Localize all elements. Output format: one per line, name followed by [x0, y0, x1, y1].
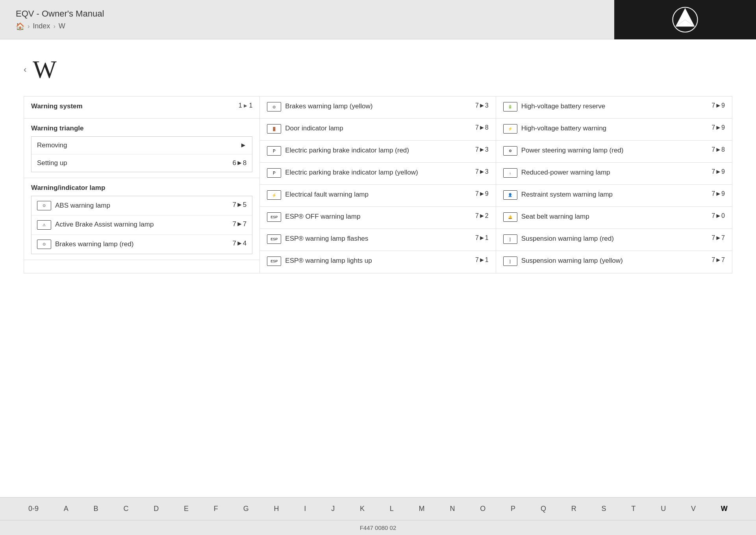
- label-warning-indicator: Warning/indicator lamp: [31, 184, 105, 191]
- sub-brakes-red-page: 7►4: [233, 240, 247, 249]
- nav-back-arrow[interactable]: ‹: [24, 65, 26, 75]
- sub-aba: ⚠ Active Brake Assist warning lamp 7►7: [32, 215, 252, 235]
- page-esp-flashes: 7►1: [472, 234, 489, 241]
- page-door: 7►8: [472, 124, 489, 131]
- entry-susp-yellow: | Suspension warning lamp (yellow) 7►7: [496, 251, 732, 273]
- susp-red-icon: |: [503, 234, 517, 244]
- label-restraint: Restraint system warning lamp: [521, 190, 613, 199]
- alpha-m[interactable]: M: [416, 503, 428, 515]
- label-esp-off: ESP® OFF warning lamp: [285, 212, 360, 221]
- seatbelt-icon: 🔔: [503, 212, 517, 222]
- label-epb-red: Electric parking brake indicator lamp (r…: [285, 146, 409, 155]
- entry-epb-yellow: P Electric parking brake indicator lamp …: [260, 163, 495, 185]
- epb-yellow-icon: P: [267, 168, 281, 178]
- door-icon: 🚪: [267, 124, 281, 134]
- alpha-t[interactable]: T: [628, 503, 639, 515]
- label-hv-reserve: High-voltage battery reserve: [521, 102, 606, 111]
- sub-setting-up-page: 6►8: [233, 159, 247, 167]
- home-icon[interactable]: 🏠: [16, 22, 24, 31]
- label-epb-yellow: Electric parking brake indicator lamp (y…: [285, 168, 418, 177]
- warning-triangle-block: Warning triangle Removing ► Setting up 6…: [24, 119, 259, 178]
- sub-setting-up: Setting up 6►8: [32, 154, 252, 172]
- alpha-k[interactable]: K: [357, 503, 368, 515]
- breadcrumb-index[interactable]: Index: [33, 22, 50, 30]
- manual-title: EQV - Owner's Manual: [16, 9, 104, 19]
- alpha-r[interactable]: R: [568, 503, 580, 515]
- alpha-g[interactable]: G: [240, 503, 252, 515]
- susp-yellow-icon: |: [503, 256, 517, 266]
- alpha-i[interactable]: I: [301, 503, 309, 515]
- alpha-o[interactable]: O: [477, 503, 489, 515]
- label-susp-red: Suspension warning lamp (red): [521, 234, 614, 243]
- index-columns: Warning system 1►1 Warning triangle Remo…: [24, 96, 732, 273]
- letter-heading: ‹ W: [24, 55, 732, 84]
- sub-brakes-red: ⊙ Brakes warning lamp (red) 7►4: [32, 235, 252, 254]
- alpha-e[interactable]: E: [181, 503, 192, 515]
- label-elec-fault: Electrical fault warning lamp: [285, 190, 369, 199]
- esp-off-icon: ESP: [267, 212, 281, 222]
- section-letter: W: [33, 55, 56, 84]
- alpha-09[interactable]: 0-9: [25, 503, 42, 515]
- page-susp-yellow: 7►7: [708, 256, 725, 264]
- breadcrumb-w[interactable]: W: [59, 22, 65, 30]
- page-esp-lights: 7►1: [472, 256, 489, 264]
- entry-restraint: 👤 Restraint system warning lamp 7►9: [496, 185, 732, 207]
- column-3: 🔋 High-voltage battery reserve 7►9 ⚡ Hig…: [496, 97, 732, 273]
- alpha-n[interactable]: N: [447, 503, 458, 515]
- label-power-steering: Power steering warning lamp (red): [521, 146, 624, 155]
- page-epb-yellow: 7►3: [472, 168, 489, 175]
- alpha-f[interactable]: F: [211, 503, 221, 515]
- abs-icon: ⊙: [37, 201, 51, 210]
- page-power-steering: 7►8: [708, 146, 725, 153]
- warning-indicator-subsection: ⊙ ABS warning lamp 7►5 ⚠ Active Brake As…: [31, 196, 252, 254]
- alpha-s[interactable]: S: [598, 503, 610, 515]
- entry-warning-system: Warning system 1►1: [24, 97, 259, 119]
- alpha-b[interactable]: B: [91, 503, 102, 515]
- entry-esp-off: ESP ESP® OFF warning lamp 7►2: [260, 207, 495, 229]
- power-steering-icon: ⚙: [503, 146, 517, 156]
- alpha-w[interactable]: W: [718, 503, 731, 515]
- elec-fault-icon: ⚡: [267, 190, 281, 200]
- column-2: ⊙ Brakes warning lamp (yellow) 7►3 🚪 Doo…: [260, 97, 496, 273]
- alpha-d[interactable]: D: [150, 503, 162, 515]
- sub-abs-page: 7►5: [233, 201, 247, 210]
- entry-door: 🚪 Door indicator lamp 7►8: [260, 119, 495, 141]
- main-content: ‹ W Warning system 1►1 Warning triangle: [0, 39, 756, 497]
- sub-removing: Removing ►: [32, 137, 252, 154]
- page-seatbelt: 7►0: [708, 212, 725, 219]
- esp-lights-icon: ESP: [267, 256, 281, 266]
- page-restraint: 7►9: [708, 190, 725, 197]
- entry-esp-flashes: ESP ESP® warning lamp flashes 7►1: [260, 229, 495, 251]
- sub-abs: ⊙ ABS warning lamp 7►5: [32, 196, 252, 215]
- aba-icon: ⚠: [37, 220, 51, 230]
- header: EQV - Owner's Manual 🏠 › Index › W: [0, 0, 756, 39]
- alpha-u[interactable]: U: [658, 503, 669, 515]
- label-brakes-yellow: Brakes warning lamp (yellow): [285, 102, 372, 111]
- warning-indicator-block: Warning/indicator lamp ⊙ ABS warning lam…: [24, 178, 259, 260]
- epb-red-icon: P: [267, 146, 281, 156]
- label-esp-lights: ESP® warning lamp lights up: [285, 256, 372, 266]
- alpha-j[interactable]: J: [328, 503, 338, 515]
- alpha-h[interactable]: H: [271, 503, 282, 515]
- alpha-v[interactable]: V: [688, 503, 699, 515]
- breadcrumb: 🏠 › Index › W: [16, 22, 104, 31]
- esp-flashes-icon: ESP: [267, 234, 281, 244]
- sub-removing-label: Removing: [37, 141, 67, 149]
- alpha-p[interactable]: P: [508, 503, 519, 515]
- sep1: ›: [28, 23, 30, 30]
- sub-aba-label: Active Brake Assist warning lamp: [55, 220, 154, 229]
- label-esp-flashes: ESP® warning lamp flashes: [285, 234, 368, 243]
- sub-brakes-red-label: Brakes warning lamp (red): [55, 240, 133, 248]
- alpha-a[interactable]: A: [61, 503, 72, 515]
- label-reduced-power: Reduced-power warning lamp: [521, 168, 610, 177]
- entry-brakes-yellow: ⊙ Brakes warning lamp (yellow) 7►3: [260, 97, 495, 119]
- entry-epb-red: P Electric parking brake indicator lamp …: [260, 141, 495, 163]
- entry-esp-lights: ESP ESP® warning lamp lights up 7►1: [260, 251, 495, 273]
- restraint-icon: 👤: [503, 190, 517, 200]
- label-door: Door indicator lamp: [285, 124, 343, 133]
- alpha-c[interactable]: C: [120, 503, 132, 515]
- sub-abs-label: ABS warning lamp: [55, 202, 110, 210]
- alpha-q[interactable]: Q: [537, 503, 549, 515]
- alpha-l[interactable]: L: [387, 503, 397, 515]
- column-1: Warning system 1►1 Warning triangle Remo…: [24, 97, 260, 273]
